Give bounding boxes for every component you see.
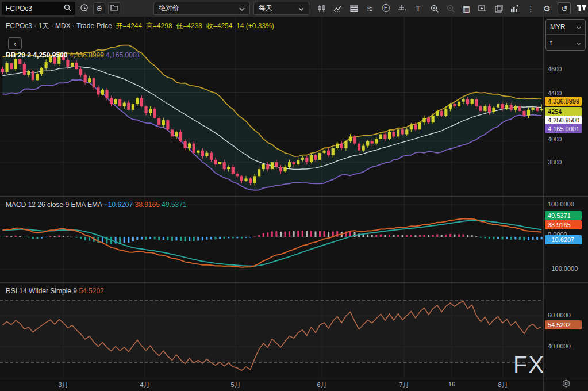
bb-upper-value: 4,336.8999	[70, 51, 104, 59]
legend-price-type: Trade Price	[76, 22, 112, 30]
rsi-label: RSI 14 Wilder Simple 9	[6, 287, 77, 295]
unit-value: t	[550, 39, 552, 47]
gear-icon: ⚙	[543, 4, 551, 13]
tradingview-logo	[577, 5, 587, 12]
toolbar-icon-group: ≋ Ⓔ T ▦ ⋮ ⚙ ↺	[316, 2, 587, 14]
price-mode-dropdown[interactable]: 绝对价	[153, 2, 250, 15]
rsi-legend[interactable]: RSI 14 Wilder Simple 9 54.5202	[6, 287, 104, 295]
price-badge: 4,336.8999	[545, 97, 582, 106]
time-tick[interactable]: 16	[448, 381, 455, 388]
stats-icon	[510, 5, 519, 13]
legend-open: 开=4244	[114, 22, 142, 30]
templates-icon: ≋	[367, 4, 374, 13]
chart-type-candles-icon	[317, 4, 326, 13]
axis-tick: 40.0000	[548, 343, 571, 350]
main-chart-canvas[interactable]	[0, 17, 543, 196]
price-badge: 4,250.9500	[545, 116, 582, 125]
time-tick[interactable]: 8月	[498, 381, 508, 389]
chevron-down-icon	[239, 5, 245, 13]
legend-sep: ·	[51, 22, 53, 30]
compare-button[interactable]	[348, 2, 359, 14]
zoom-out-button[interactable]	[445, 2, 456, 14]
bb-mid-value: 4,250.9500	[33, 51, 67, 59]
rsi-pane[interactable]: RSI 14 Wilder Simple 9 54.5202	[0, 282, 543, 378]
macd-canvas[interactable]	[0, 197, 543, 282]
back-button[interactable]: ‹	[8, 37, 22, 50]
legend-close: 收=4254	[204, 22, 232, 30]
interval-history-button[interactable]	[78, 2, 90, 14]
time-tick[interactable]: 3月	[58, 381, 68, 389]
legend-low: 低=4238	[174, 22, 202, 30]
rsi-canvas[interactable]	[0, 283, 543, 378]
publish-icon	[495, 5, 503, 13]
screenshot-icon	[478, 5, 487, 13]
currency-dropdown[interactable]: MYR	[546, 20, 585, 35]
indicators-icon	[333, 5, 343, 13]
zoom-in-button[interactable]	[429, 2, 440, 14]
legend-sep: ·	[72, 22, 75, 30]
indicators-button[interactable]	[332, 2, 343, 14]
time-axis-settings[interactable]	[543, 378, 588, 391]
events-button[interactable]: Ⓔ	[381, 2, 391, 14]
legend-symbol: FCPOc3	[6, 22, 32, 30]
text-tool-icon: T	[416, 4, 421, 13]
trading-chart-app: FCPOc3 ⊕ 绝对价 每天	[0, 0, 588, 391]
templates-button[interactable]: ≋	[364, 2, 375, 14]
add-circle-icon: ⊕	[96, 4, 102, 13]
axis-tick: 4600	[548, 66, 562, 72]
screenshot-button[interactable]	[477, 2, 488, 14]
add-symbol-button[interactable]: ⊕	[93, 2, 105, 14]
publish-button[interactable]	[493, 2, 504, 14]
legend-change: 14 (+0.33%)	[235, 22, 274, 30]
table-button[interactable]: ▦	[461, 2, 472, 14]
chart-type-button[interactable]	[316, 2, 327, 14]
time-axis[interactable]: 3月4月5月6月7月168月	[0, 378, 543, 391]
chevron-down-icon	[298, 5, 304, 13]
more-icon: ⋮	[527, 4, 535, 13]
bb-label: BB 20 2	[6, 51, 31, 59]
macd-line-value: 38.9165	[134, 201, 159, 209]
price-badge: 4254	[545, 107, 582, 116]
axis-tick: −100.0000	[548, 265, 578, 272]
text-tool-button[interactable]: T	[413, 2, 424, 14]
price-axis[interactable]: MYR t 46004400400038004,336.899942544,25…	[543, 17, 588, 378]
legend-high: 高=4298	[144, 22, 172, 30]
symbol-search-input[interactable]: FCPOc3	[2, 2, 75, 15]
macd-signal-value: 49.5371	[162, 201, 186, 209]
hexagon-settings-icon	[562, 379, 570, 390]
time-tick[interactable]: 4月	[140, 381, 149, 389]
price-badge: 54.5202	[545, 320, 582, 329]
chevron-down-icon	[577, 39, 581, 47]
undo-button[interactable]: ↺	[558, 2, 571, 14]
price-badge: 4,165.0001	[545, 124, 582, 133]
tradingview-logo-button[interactable]	[576, 2, 587, 14]
time-tick[interactable]: 6月	[317, 381, 326, 389]
symbol-legend[interactable]: FCPOc3 · 1天 · MDX · Trade Price 开=4244 高…	[6, 21, 274, 31]
alert-icon	[398, 5, 406, 13]
bb-lower-value: 4,165.0001	[106, 51, 140, 59]
time-tick[interactable]: 7月	[399, 381, 409, 389]
price-badge: 49.5371	[545, 211, 582, 220]
symbol-text: FCPOc3	[6, 5, 32, 13]
axis-tick: 60.0000	[548, 312, 571, 319]
settings-button[interactable]: ⚙	[541, 2, 552, 14]
time-tick[interactable]: 5月	[230, 381, 240, 389]
legend-sep: ·	[34, 22, 36, 30]
more-button[interactable]: ⋮	[525, 2, 536, 14]
zoom-out-icon	[447, 5, 455, 13]
clock-icon	[80, 3, 89, 14]
unit-dropdown[interactable]: t	[546, 35, 585, 51]
macd-pane[interactable]: MACD 12 26 close 9 EMA EMA −10.6207 38.9…	[0, 196, 543, 282]
undo-icon: ↺	[561, 4, 568, 13]
bb-legend[interactable]: BB 20 2 4,250.9500 4,336.8999 4,165.0001	[6, 51, 140, 59]
main-chart-pane[interactable]: FCPOc3 · 1天 · MDX · Trade Price 开=4244 高…	[0, 17, 543, 196]
alert-button[interactable]	[397, 2, 408, 14]
interval-dropdown[interactable]: 每天	[253, 2, 309, 15]
table-icon: ▦	[463, 4, 470, 13]
axis-tick: 4400	[548, 90, 562, 97]
stats-button[interactable]	[509, 2, 520, 14]
macd-legend[interactable]: MACD 12 26 close 9 EMA EMA −10.6207 38.9…	[6, 201, 187, 209]
open-layout-button[interactable]	[108, 2, 120, 14]
price-badge: 38.9165	[545, 220, 582, 229]
folder-icon	[110, 4, 118, 13]
